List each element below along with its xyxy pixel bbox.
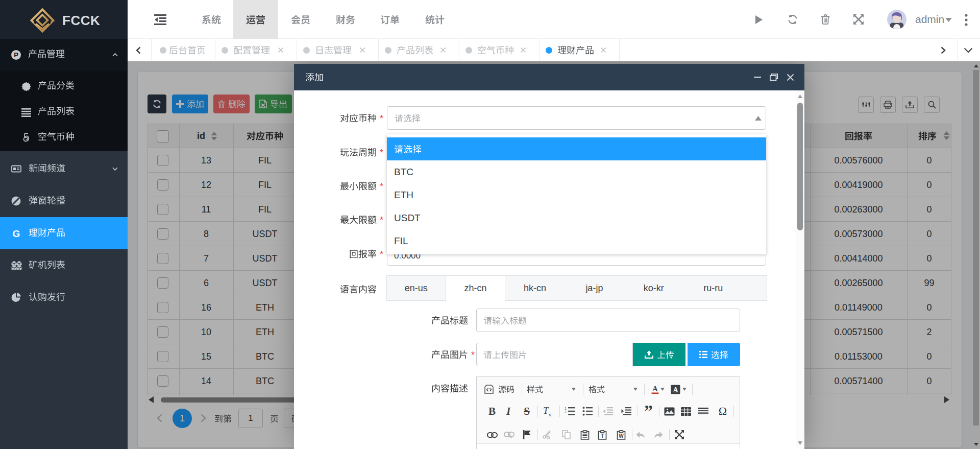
svg-text:P: P (14, 51, 18, 59)
svg-text:G: G (13, 228, 20, 239)
svg-text:T: T (601, 433, 604, 439)
svg-text:1: 1 (565, 407, 567, 410)
svg-text:A: A (652, 385, 658, 393)
svg-text:2: 2 (565, 410, 567, 414)
svg-text:A: A (673, 386, 678, 393)
svg-text:W: W (619, 433, 624, 439)
